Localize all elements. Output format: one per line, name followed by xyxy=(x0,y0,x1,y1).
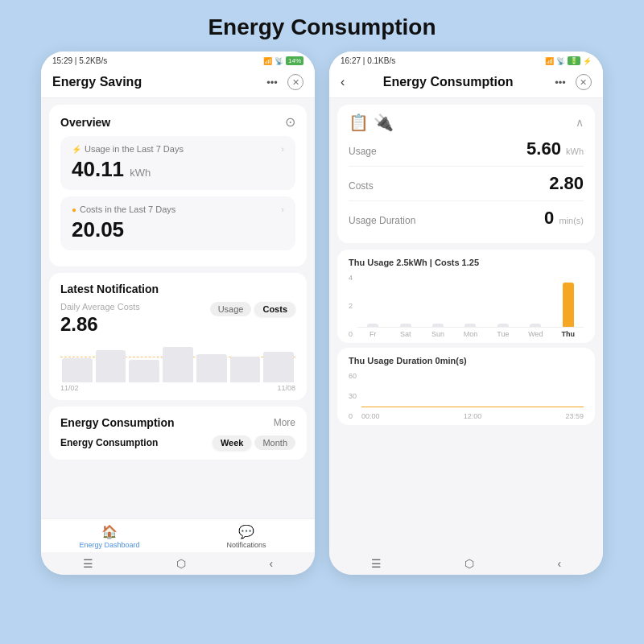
energy-title: Energy Consumption xyxy=(60,416,175,429)
overview-title: Overview xyxy=(60,116,110,129)
back-arrow-button[interactable]: ‹ xyxy=(341,75,345,89)
duration-chart-section: Thu Usage Duration 0min(s) 60 30 0 00:00 xyxy=(337,348,595,425)
device-icon: 📋 🔌 xyxy=(349,113,394,132)
device-card: 📋 🔌 ∧ Usage 5.60 kWh Costs 2.80 xyxy=(337,105,595,243)
costs-detail-row: Costs 2.80 xyxy=(349,167,584,201)
costs-chevron: › xyxy=(281,204,284,214)
toggle-costs-button[interactable]: Costs xyxy=(254,302,295,316)
bars-area: Fr Sat Sun Mon Tue Wed Thu xyxy=(357,274,584,338)
costs-detail-value: 2.80 xyxy=(549,173,584,194)
right-status-icons: 📶 📡 🔋 ⚡ xyxy=(545,56,592,65)
device-icon-1: 📋 xyxy=(349,113,369,132)
right-system-nav: ☰ ⬡ ‹ xyxy=(329,552,603,575)
dashboard-label: Energy Dashboard xyxy=(79,541,139,549)
period-toggle: Week Month xyxy=(213,436,295,450)
more-options-button[interactable]: ••• xyxy=(263,73,281,91)
close-button[interactable]: ✕ xyxy=(287,74,303,90)
label-tue: Tue xyxy=(488,330,518,338)
device-icon-2: 🔌 xyxy=(374,113,394,132)
left-status-bar: 15:29 | 5.2KB/s 📶 📡 14% xyxy=(41,52,315,68)
bar-mon xyxy=(464,324,476,327)
right-menu-button[interactable]: ☰ xyxy=(371,557,382,570)
daily-avg-label: Daily Average Costs xyxy=(60,302,140,312)
chart-bars xyxy=(60,342,295,382)
bar-chart-title: Thu Usage 2.5kWh | Costs 1.25 xyxy=(349,258,584,267)
dy-label-0: 0 xyxy=(349,412,357,420)
bar-fr xyxy=(367,324,378,327)
label-sun: Sun xyxy=(423,330,453,338)
duration-chart-container: 60 30 0 00:00 12:00 23:59 xyxy=(349,372,584,420)
right-time: 16:27 | 0.1KB/s xyxy=(341,56,395,65)
right-phone: 16:27 | 0.1KB/s 📶 📡 🔋 ⚡ ‹ Energy Consump… xyxy=(329,52,603,575)
date-start: 11/02 xyxy=(60,384,79,392)
date-end: 11/08 xyxy=(277,384,295,392)
dx-start: 00:00 xyxy=(361,412,380,420)
left-system-nav: ☰ ⬡ ‹ xyxy=(41,552,315,575)
right-home-button[interactable]: ⬡ xyxy=(464,557,474,570)
bar-col-wed xyxy=(520,324,551,327)
duration-detail-row: Usage Duration 0 min(s) xyxy=(349,201,584,235)
month-button[interactable]: Month xyxy=(254,436,295,450)
notifications-nav[interactable]: 💬 Notifications xyxy=(178,524,315,549)
bar-col-sat xyxy=(390,324,420,327)
right-nav-icons: ••• ✕ xyxy=(551,73,592,91)
dx-mid: 12:00 xyxy=(464,412,482,420)
energy-more[interactable]: More xyxy=(274,417,295,428)
charge-icon: ⚡ xyxy=(583,57,592,65)
costs-label: ● Costs in the Last 7 Days xyxy=(72,204,175,214)
toggle-usage-button[interactable]: Usage xyxy=(210,302,252,316)
left-bottom-nav: 🏠 Energy Dashboard 💬 Notifications xyxy=(41,518,315,552)
right-back-button[interactable]: ‹ xyxy=(558,557,562,570)
duration-x-axis: 00:00 12:00 23:59 xyxy=(361,411,584,420)
dx-end: 23:59 xyxy=(565,412,584,420)
bar-2 xyxy=(96,350,126,382)
phones-container: 15:29 | 5.2KB/s 📶 📡 14% Energy Saving ••… xyxy=(0,52,644,575)
right-more-button[interactable]: ••• xyxy=(551,73,569,91)
bar-tue xyxy=(497,324,509,327)
duration-chart-title: Thu Usage Duration 0min(s) xyxy=(349,356,584,365)
bar-chart-y-axis: 4 2 0 xyxy=(349,274,357,338)
battery-icon: 14% xyxy=(286,56,303,65)
back-button[interactable]: ‹ xyxy=(270,557,274,570)
notification-stats: Daily Average Costs 2.86 xyxy=(60,302,140,336)
settings-icon[interactable]: ⊙ xyxy=(285,114,295,130)
page-title: Energy Consumption xyxy=(0,0,644,52)
menu-button[interactable]: ☰ xyxy=(83,557,93,570)
notification-header: Latest Notification xyxy=(60,283,295,295)
label-mon: Mon xyxy=(455,330,485,338)
label-fr: Fr xyxy=(357,330,388,338)
usage-dot: ⚡ xyxy=(72,145,81,154)
energy-dashboard-nav[interactable]: 🏠 Energy Dashboard xyxy=(41,524,178,549)
left-nav-title: Energy Saving xyxy=(52,75,142,89)
left-phone-content: Overview ⊙ ⚡ Usage in the Last 7 Days › … xyxy=(41,98,315,518)
left-time: 15:29 | 5.2KB/s xyxy=(52,56,107,65)
label-wed: Wed xyxy=(520,330,551,338)
costs-card[interactable]: ● Costs in the Last 7 Days › 20.05 xyxy=(60,196,295,250)
right-close-button[interactable]: ✕ xyxy=(576,74,592,90)
week-button[interactable]: Week xyxy=(213,436,252,450)
right-wifi-icon: 📡 xyxy=(556,57,565,65)
right-battery-icon: 🔋 xyxy=(568,56,580,65)
usage-detail-value: 5.60 kWh xyxy=(526,138,584,159)
home-button[interactable]: ⬡ xyxy=(176,557,186,570)
y-label-0: 0 xyxy=(349,330,353,338)
label-thu: Thu xyxy=(553,330,584,338)
dashboard-icon: 🏠 xyxy=(101,524,118,539)
left-status-icons: 📶 📡 14% xyxy=(263,56,303,65)
right-signal-icon: 📶 xyxy=(545,57,554,65)
bar-chart-container: 4 2 0 xyxy=(349,274,584,338)
right-nav-title: Energy Consumption xyxy=(383,75,514,89)
usage-label: ⚡ Usage in the Last 7 Days xyxy=(72,144,184,154)
usage-card[interactable]: ⚡ Usage in the Last 7 Days › 40.11 kWh xyxy=(60,136,295,190)
bar-7 xyxy=(263,352,294,382)
bar-thu xyxy=(563,283,574,327)
bar-labels: Fr Sat Sun Mon Tue Wed Thu xyxy=(357,328,584,338)
notification-title: Latest Notification xyxy=(60,283,159,295)
usage-card-header: ⚡ Usage in the Last 7 Days › xyxy=(72,144,284,154)
usage-chevron: › xyxy=(281,144,284,154)
duration-detail-value: 0 min(s) xyxy=(544,208,584,229)
bars-inner xyxy=(357,274,584,328)
duration-area xyxy=(361,372,584,411)
expand-button[interactable]: ∧ xyxy=(576,116,584,129)
overview-section: Overview ⊙ ⚡ Usage in the Last 7 Days › … xyxy=(49,105,307,266)
